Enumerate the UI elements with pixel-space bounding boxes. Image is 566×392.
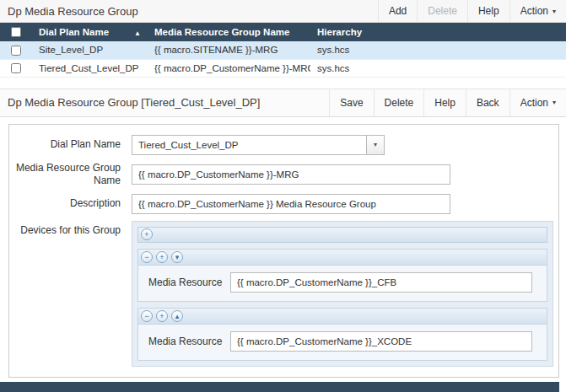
form-row-devices: Devices for this Group + − + ▾ Media Res… xyxy=(9,221,558,367)
media-resource-label: Media Resource xyxy=(148,336,230,347)
description-label: Description xyxy=(9,197,132,210)
move-down-button[interactable]: ▾ xyxy=(171,251,183,263)
detail-section: Dp Media Resource Group [Tiered_Cust_Lev… xyxy=(0,89,566,392)
list-section-header: Dp Media Resource Group Add Delete Help … xyxy=(0,0,566,23)
list-page-title: Dp Media Resource Group xyxy=(8,5,138,18)
device-item-toolbar: − + ▴ xyxy=(138,309,547,325)
column-header-hierarchy[interactable]: Hierarchy xyxy=(310,23,566,41)
dial-plan-select[interactable]: Tiered_Cust_Level_DP ▾ xyxy=(132,135,385,155)
cell-mrg-name: {{ macro.DP_CustomerName }}-MRG xyxy=(148,59,310,77)
add-button[interactable]: Add xyxy=(378,0,417,22)
move-up-button[interactable]: ▴ xyxy=(171,310,183,322)
dial-plan-selected-value: Tiered_Cust_Level_DP xyxy=(132,135,366,155)
action-menu-label: Action xyxy=(520,5,548,17)
cell-hierarchy: sys.hcs xyxy=(310,59,566,77)
add-device-button[interactable]: + xyxy=(156,310,168,322)
table-header-row: Dial Plan Name ▲ Media Resource Group Na… xyxy=(0,23,566,41)
description-input[interactable] xyxy=(132,194,450,214)
media-resource-input[interactable] xyxy=(230,272,532,293)
device-field-row: Media Resource xyxy=(138,325,547,360)
cell-hierarchy: sys.hcs xyxy=(310,41,566,59)
remove-device-button[interactable]: − xyxy=(141,310,153,322)
list-section: Dp Media Resource Group Add Delete Help … xyxy=(0,0,566,78)
detail-page-title: Dp Media Resource Group [Tiered_Cust_Lev… xyxy=(8,96,260,109)
caret-down-icon: ▾ xyxy=(553,99,556,106)
detail-toolbar: Save Delete Help Back Action ▾ xyxy=(329,89,566,116)
devices-group-label: Devices for this Group xyxy=(9,221,132,237)
action-menu-button[interactable]: Action ▾ xyxy=(509,89,566,116)
detail-section-header: Dp Media Resource Group [Tiered_Cust_Lev… xyxy=(0,89,566,117)
dial-plan-label: Dial Plan Name xyxy=(9,138,132,151)
row-checkbox-cell xyxy=(0,41,32,59)
list-toolbar: Add Delete Help Action ▾ xyxy=(378,0,566,22)
action-menu-label: Action xyxy=(520,97,548,109)
help-button[interactable]: Help xyxy=(423,89,466,116)
media-resource-label: Media Resource xyxy=(148,277,230,288)
cell-dial-plan-name[interactable]: Site_Level_DP xyxy=(32,41,148,59)
devices-panel: + − + ▾ Media Resource xyxy=(132,221,553,367)
column-header-mrg-name[interactable]: Media Resource Group Name xyxy=(148,23,310,41)
cell-dial-plan-name[interactable]: Tiered_Cust_Level_DP xyxy=(32,59,148,77)
caret-down-icon: ▾ xyxy=(553,8,556,15)
column-header-dial-plan-name[interactable]: Dial Plan Name ▲ xyxy=(32,23,148,41)
device-field-row: Media Resource xyxy=(138,266,547,301)
sort-ascending-icon[interactable]: ▲ xyxy=(134,30,141,37)
select-all-header-cell xyxy=(0,23,32,41)
row-checkbox-cell xyxy=(0,59,32,77)
row-checkbox[interactable] xyxy=(11,46,21,56)
column-label-dial-plan-name: Dial Plan Name xyxy=(39,27,109,37)
media-resource-input[interactable] xyxy=(230,331,532,352)
mrg-list-table: Dial Plan Name ▲ Media Resource Group Na… xyxy=(0,23,566,78)
detail-form: Dial Plan Name Tiered_Cust_Level_DP ▾ Me… xyxy=(8,124,559,378)
back-button[interactable]: Back xyxy=(466,89,509,116)
remove-device-button[interactable]: − xyxy=(141,251,153,263)
device-item-toolbar: − + ▾ xyxy=(138,250,547,266)
cell-mrg-name: {{ macro.SITENAME }}-MRG xyxy=(148,41,310,59)
table-row[interactable]: Site_Level_DP {{ macro.SITENAME }}-MRG s… xyxy=(0,41,566,59)
form-footer-bar xyxy=(0,382,559,392)
form-row-description: Description xyxy=(9,194,558,214)
mrg-name-label: Media Resource Group Name xyxy=(9,162,132,187)
row-checkbox[interactable] xyxy=(11,63,21,73)
devices-add-bar: + xyxy=(137,227,547,243)
delete-button[interactable]: Delete xyxy=(417,0,467,22)
add-device-button[interactable]: + xyxy=(156,251,168,263)
dropdown-arrow-icon[interactable]: ▾ xyxy=(366,135,385,155)
help-button[interactable]: Help xyxy=(467,0,509,22)
device-item: − + ▴ Media Resource xyxy=(137,308,547,361)
device-item: − + ▾ Media Resource xyxy=(137,249,547,302)
action-menu-button[interactable]: Action ▾ xyxy=(509,0,566,22)
table-row[interactable]: Tiered_Cust_Level_DP {{ macro.DP_Custome… xyxy=(0,59,566,77)
mrg-name-input[interactable] xyxy=(132,164,450,185)
select-all-checkbox[interactable] xyxy=(11,27,21,37)
delete-button[interactable]: Delete xyxy=(374,89,424,116)
add-device-button[interactable]: + xyxy=(141,228,153,240)
form-row-mrg-name: Media Resource Group Name xyxy=(9,162,558,187)
save-button[interactable]: Save xyxy=(329,89,373,116)
app: Dp Media Resource Group Add Delete Help … xyxy=(0,0,566,392)
form-row-dial-plan: Dial Plan Name Tiered_Cust_Level_DP ▾ xyxy=(9,135,558,155)
